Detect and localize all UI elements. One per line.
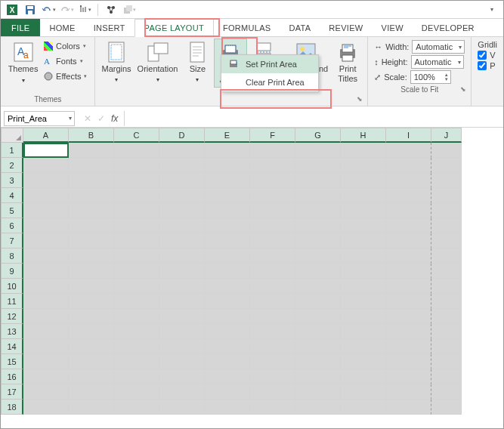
touch-mode-button[interactable]: ▾ xyxy=(76,2,93,17)
cell[interactable] xyxy=(159,279,205,294)
cancel-formula-button[interactable]: ✕ xyxy=(84,113,91,124)
row-header[interactable]: 9 xyxy=(1,264,23,279)
cell[interactable] xyxy=(159,339,205,354)
cell[interactable] xyxy=(431,158,462,173)
row-header[interactable]: 10 xyxy=(1,279,23,294)
cell[interactable] xyxy=(23,173,69,188)
cell[interactable] xyxy=(295,173,341,188)
cell[interactable] xyxy=(250,294,295,309)
cell[interactable] xyxy=(69,400,114,415)
cell[interactable] xyxy=(159,264,205,279)
row-header[interactable]: 8 xyxy=(1,248,23,264)
cell[interactable] xyxy=(114,309,159,324)
cell[interactable] xyxy=(341,354,386,369)
row-header[interactable]: 17 xyxy=(1,384,23,400)
cell[interactable] xyxy=(341,384,386,400)
cell[interactable] xyxy=(69,384,114,400)
cell[interactable] xyxy=(386,354,431,369)
scale-launcher[interactable]: ⬊ xyxy=(460,85,466,93)
cell[interactable] xyxy=(341,188,386,203)
cell[interactable] xyxy=(431,294,462,309)
cell[interactable] xyxy=(295,309,341,324)
cell[interactable] xyxy=(431,384,462,400)
cell[interactable] xyxy=(250,188,295,203)
width-select[interactable]: Automatic▾ xyxy=(412,40,465,54)
cell[interactable] xyxy=(431,233,462,248)
cell[interactable] xyxy=(114,248,159,264)
cell[interactable] xyxy=(295,158,341,173)
row-header[interactable]: 1 xyxy=(1,143,23,158)
cell[interactable] xyxy=(295,233,341,248)
cell[interactable] xyxy=(250,248,295,264)
cell[interactable] xyxy=(205,279,250,294)
cell[interactable] xyxy=(341,294,386,309)
cell[interactable] xyxy=(295,339,341,354)
col-header-c[interactable]: C xyxy=(114,128,159,143)
cell[interactable] xyxy=(386,143,431,158)
redo-button[interactable]: ▾ xyxy=(58,2,75,17)
tab-view[interactable]: VIEW xyxy=(373,19,413,36)
cell[interactable] xyxy=(114,233,159,248)
scale-spinner[interactable]: 100%▴▾ xyxy=(410,70,451,84)
cell[interactable] xyxy=(295,384,341,400)
cell[interactable] xyxy=(69,354,114,369)
cell[interactable] xyxy=(205,384,250,400)
cell[interactable] xyxy=(205,309,250,324)
cell[interactable] xyxy=(23,264,69,279)
cell[interactable] xyxy=(341,158,386,173)
cell[interactable] xyxy=(69,309,114,324)
cell[interactable] xyxy=(159,188,205,203)
row-header[interactable]: 4 xyxy=(1,188,23,203)
cell[interactable] xyxy=(250,203,295,218)
cell[interactable] xyxy=(431,339,462,354)
qat-customize-button[interactable]: ▾ xyxy=(484,2,500,17)
cell[interactable] xyxy=(431,173,462,188)
cell[interactable] xyxy=(23,309,69,324)
row-header[interactable]: 3 xyxy=(1,173,23,188)
cell[interactable] xyxy=(23,203,69,218)
cell[interactable] xyxy=(159,248,205,264)
cell[interactable] xyxy=(69,294,114,309)
row-header[interactable]: 12 xyxy=(1,309,23,324)
cell[interactable] xyxy=(431,264,462,279)
cell[interactable] xyxy=(205,218,250,233)
page-setup-launcher[interactable]: ⬊ xyxy=(357,95,363,103)
cell[interactable] xyxy=(69,264,114,279)
cell[interactable] xyxy=(250,384,295,400)
cell[interactable] xyxy=(23,354,69,369)
cell[interactable] xyxy=(23,218,69,233)
cell[interactable] xyxy=(159,218,205,233)
tab-developer[interactable]: DEVELOPER xyxy=(413,19,484,36)
undo-button[interactable]: ▾ xyxy=(40,2,57,17)
cell[interactable] xyxy=(295,279,341,294)
cell[interactable] xyxy=(250,354,295,369)
row-header[interactable]: 18 xyxy=(1,400,23,415)
cell[interactable] xyxy=(341,369,386,384)
col-header-b[interactable]: B xyxy=(69,128,114,143)
cell[interactable] xyxy=(205,173,250,188)
cell[interactable] xyxy=(250,324,295,339)
cell[interactable] xyxy=(114,294,159,309)
cell[interactable] xyxy=(341,339,386,354)
cell[interactable] xyxy=(431,248,462,264)
height-select[interactable]: Automatic▾ xyxy=(411,55,464,69)
cell[interactable] xyxy=(23,294,69,309)
cell[interactable] xyxy=(205,188,250,203)
cell[interactable] xyxy=(114,158,159,173)
cell[interactable] xyxy=(431,203,462,218)
cell[interactable] xyxy=(386,369,431,384)
cell[interactable] xyxy=(295,203,341,218)
cell[interactable] xyxy=(205,400,250,415)
cell[interactable] xyxy=(341,203,386,218)
tab-home[interactable]: HOME xyxy=(40,19,84,36)
row-header[interactable]: 16 xyxy=(1,369,23,384)
insert-function-button[interactable]: fx xyxy=(111,113,118,124)
cell[interactable] xyxy=(250,400,295,415)
tab-review[interactable]: REVIEW xyxy=(320,19,372,36)
cell[interactable] xyxy=(205,158,250,173)
cell[interactable] xyxy=(386,173,431,188)
cell[interactable] xyxy=(250,309,295,324)
tab-page-layout[interactable]: PAGE LAYOUT xyxy=(135,19,214,37)
cell[interactable] xyxy=(23,384,69,400)
cell[interactable] xyxy=(69,188,114,203)
